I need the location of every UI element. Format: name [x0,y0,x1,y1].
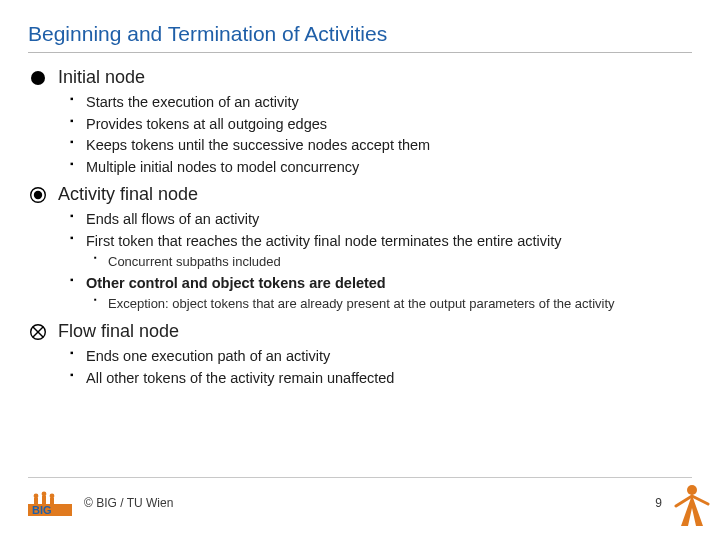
svg-rect-10 [42,496,46,504]
section-head: Flow final node [28,321,692,342]
list-item: Ends all flows of an activity [86,209,692,231]
bullet-list: Ends all flows of an activity First toke… [28,209,692,315]
svg-point-9 [42,492,47,497]
bullet-list: Ends one execution path of an activity A… [28,346,692,389]
svg-point-14 [687,485,697,495]
section-label: Initial node [58,67,145,88]
list-item-text: Other control and object tokens are dele… [86,275,386,291]
big-logo-icon: BIG [28,486,72,520]
slide: Beginning and Termination of Activities … [0,0,720,540]
list-item: Exception: object tokens that are alread… [108,294,692,314]
list-item: Concurrent subpaths included [108,252,692,272]
list-item: Starts the execution of an activity [86,92,692,114]
person-icon [674,482,710,534]
initial-node-icon [28,70,48,86]
svg-point-7 [34,494,39,499]
section-head: Activity final node [28,184,692,205]
section-activity-final-node: Activity final node Ends all flows of an… [28,184,692,315]
list-item-text: First token that reaches the activity fi… [86,233,562,249]
section-initial-node: Initial node Starts the execution of an … [28,67,692,178]
svg-point-11 [50,494,55,499]
footer: BIG © BIG / TU Wien 9 [28,477,692,520]
list-item: All other tokens of the activity remain … [86,368,692,390]
flow-final-node-icon [28,324,48,340]
page-number: 9 [655,496,662,510]
list-item: Ends one execution path of an activity [86,346,692,368]
copyright-text: © BIG / TU Wien [84,496,173,510]
svg-point-2 [34,191,42,199]
section-flow-final-node: Flow final node Ends one execution path … [28,321,692,389]
section-head: Initial node [28,67,692,88]
list-item: Keeps tokens until the successive nodes … [86,135,692,157]
page-title: Beginning and Termination of Activities [28,22,692,53]
svg-point-0 [31,71,45,85]
section-label: Flow final node [58,321,179,342]
list-item: First token that reaches the activity fi… [86,231,692,273]
svg-text:BIG: BIG [32,504,52,516]
sub-bullet-list: Concurrent subpaths included [86,252,692,272]
footer-left: BIG © BIG / TU Wien [28,486,173,520]
activity-final-node-icon [28,187,48,203]
section-label: Activity final node [58,184,198,205]
list-item: Provides tokens at all outgoing edges [86,114,692,136]
bullet-list: Starts the execution of an activity Prov… [28,92,692,178]
sub-bullet-list: Exception: object tokens that are alread… [86,294,692,314]
list-item: Multiple initial nodes to model concurre… [86,157,692,179]
list-item: Other control and object tokens are dele… [86,273,692,315]
